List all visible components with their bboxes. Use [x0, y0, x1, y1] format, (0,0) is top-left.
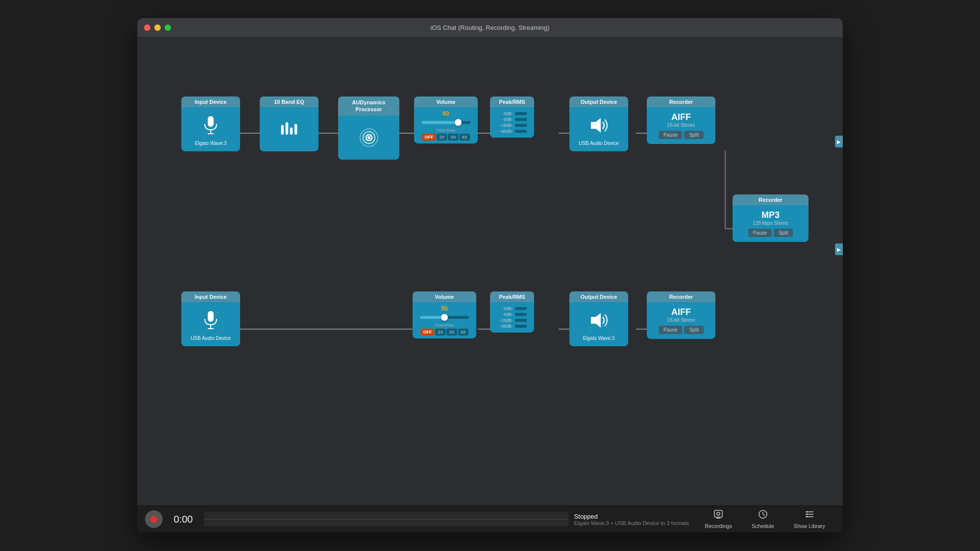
schedule-icon	[758, 509, 768, 522]
recorder-2-header: Recorder	[733, 194, 808, 205]
recorder-1-pause[interactable]: Pause	[659, 131, 682, 139]
status-label: Stopped	[574, 513, 598, 520]
svg-rect-24	[208, 311, 214, 322]
output-device-1-header: Output Device	[569, 96, 628, 107]
minimize-button[interactable]	[154, 24, 161, 31]
peak-1-node: Peak/RMS -3dB- -9dB- -18dB- -48dB-	[490, 96, 534, 138]
recorder-2-pause[interactable]: Pause	[748, 229, 772, 237]
window-title: iOS Chat (Routing, Recording, Streaming)	[431, 24, 550, 31]
output-device-2-label: Elgato Wave:3	[583, 335, 615, 341]
microphone-icon-2	[201, 308, 220, 333]
show-library-label: Show Library	[794, 523, 825, 529]
overdrive-1-off[interactable]: OFF	[422, 134, 436, 141]
overdrive-2-4x[interactable]: 4X	[458, 329, 468, 335]
recorder-1-node[interactable]: Recorder AIFF 16-bit Stereo Pause Split	[647, 96, 715, 144]
overdrive-2-label: Overdrive	[435, 323, 454, 328]
input-device-1-header: Input Device	[181, 96, 240, 107]
expand-arrow-top[interactable]: ▶	[835, 136, 843, 147]
recorder-3-header: Recorder	[647, 291, 715, 302]
svg-rect-17	[290, 127, 293, 135]
peak-1-header: Peak/RMS	[490, 96, 534, 107]
volume-1-header: Volume	[414, 96, 478, 107]
speaker-icon-2	[587, 308, 611, 333]
recorder-1-format: AIFF	[671, 112, 691, 122]
overdrive-2-off[interactable]: OFF	[420, 329, 434, 335]
record-button[interactable]	[145, 510, 163, 528]
recorder-2-format: MP3	[761, 210, 780, 220]
recorder-1-buttons: Pause Split	[659, 131, 704, 139]
input-device-2-node[interactable]: Input Device USB Audio Device	[181, 291, 240, 346]
svg-marker-27	[591, 313, 601, 328]
recorder-3-detail: 16-bit Stereo	[667, 317, 695, 323]
recorder-2-buttons: Pause Split	[748, 229, 793, 237]
dynamics-node[interactable]: AUDynamics Processor	[338, 96, 399, 160]
overdrive-2-2x[interactable]: 2X	[435, 329, 445, 335]
overdrive-1-4x[interactable]: 4X	[460, 134, 470, 141]
recorder-1-header: Recorder	[647, 96, 715, 107]
input-device-1-label: Elgato Wave:3	[195, 141, 227, 146]
peak-2-header: Peak/RMS	[490, 291, 534, 302]
close-button[interactable]	[144, 24, 150, 31]
input-device-1-node[interactable]: Input Device Elgato Wave:3	[181, 96, 240, 151]
volume-1-value: 80	[442, 110, 449, 117]
fullscreen-button[interactable]	[165, 24, 171, 31]
svg-point-31	[717, 512, 720, 515]
input-device-2-header: Input Device	[181, 291, 240, 302]
overdrive-2-buttons: OFF 2X 3X 4X	[420, 329, 468, 335]
recorder-3-pause[interactable]: Pause	[659, 326, 682, 334]
expand-arrow-bottom[interactable]: ▶	[835, 243, 843, 255]
eq-node[interactable]: 10 Band EQ	[260, 96, 318, 151]
recorder-3-format: AIFF	[671, 307, 691, 317]
status-info: Stopped Elgato Wave:3 + USB Audio Device…	[574, 513, 689, 526]
output-device-1-label: USB Audio Device	[579, 141, 619, 146]
recordings-icon	[713, 509, 723, 522]
show-library-icon	[805, 509, 814, 522]
eq-header: 10 Band EQ	[260, 96, 318, 107]
output-device-2-node[interactable]: Output Device Elgato Wave:3	[569, 291, 628, 346]
overdrive-2-3x[interactable]: 3X	[446, 329, 457, 335]
traffic-lights	[144, 24, 171, 31]
status-sub-label: Elgato Wave:3 + USB Audio Device to 3 fo…	[574, 520, 689, 526]
recordings-label: Recordings	[705, 523, 732, 529]
schedule-button[interactable]: Schedule	[742, 506, 784, 532]
record-dot-icon	[150, 516, 157, 523]
recorder-3-split[interactable]: Split	[684, 326, 703, 334]
timer-display: 0:00	[169, 514, 198, 525]
volume-1-node[interactable]: Volume 80 Overdrive OFF 2X 3X 4X	[414, 96, 478, 144]
titlebar: iOS Chat (Routing, Recording, Streaming)	[137, 18, 843, 38]
main-window: iOS Chat (Routing, Recording, Streaming)…	[137, 18, 843, 532]
overdrive-1-2x[interactable]: 2X	[437, 134, 447, 141]
volume-2-node[interactable]: Volume 50 Overdrive OFF 2X 3X 4X	[413, 291, 476, 338]
recorder-3-node[interactable]: Recorder AIFF 16-bit Stereo Pause Split	[647, 291, 715, 339]
input-device-2-label: USB Audio Device	[191, 335, 231, 341]
show-library-button[interactable]: Show Library	[784, 506, 835, 532]
overdrive-1-buttons: OFF 2X 3X 4X	[422, 134, 469, 141]
recorder-1-split[interactable]: Split	[684, 131, 703, 139]
svg-marker-23	[591, 118, 601, 133]
dynamics-header: AUDynamics Processor	[338, 96, 399, 116]
volume-2-slider[interactable]	[420, 316, 469, 319]
recorder-2-split[interactable]: Split	[774, 229, 793, 237]
dynamics-icon	[357, 125, 381, 150]
volume-1-slider[interactable]	[421, 121, 470, 124]
microphone-icon-1	[201, 113, 220, 138]
svg-rect-12	[208, 116, 214, 127]
recordings-button[interactable]: Recordings	[695, 506, 742, 532]
svg-point-40	[806, 516, 808, 518]
toolbar-buttons: Recordings Schedule	[695, 506, 835, 532]
overdrive-1-label: Overdrive	[436, 128, 455, 133]
overdrive-1-3x[interactable]: 3X	[448, 134, 458, 141]
statusbar: 0:00 Stopped Elgato Wave:3 + USB Audio D…	[137, 505, 843, 532]
svg-rect-16	[286, 122, 288, 134]
svg-line-34	[763, 514, 765, 516]
svg-rect-15	[281, 125, 284, 135]
waveform-display	[204, 512, 568, 527]
svg-point-22	[368, 136, 370, 139]
svg-point-39	[806, 514, 808, 515]
eq-icon	[279, 117, 299, 142]
output-device-1-node[interactable]: Output Device USB Audio Device	[569, 96, 628, 151]
svg-point-38	[806, 511, 808, 513]
schedule-label: Schedule	[752, 523, 774, 529]
peak-1-meter: -3dB- -9dB- -18dB- -48dB-	[497, 111, 527, 134]
recorder-2-node[interactable]: Recorder MP3 128 kbps Stereo Pause Split	[733, 194, 808, 242]
